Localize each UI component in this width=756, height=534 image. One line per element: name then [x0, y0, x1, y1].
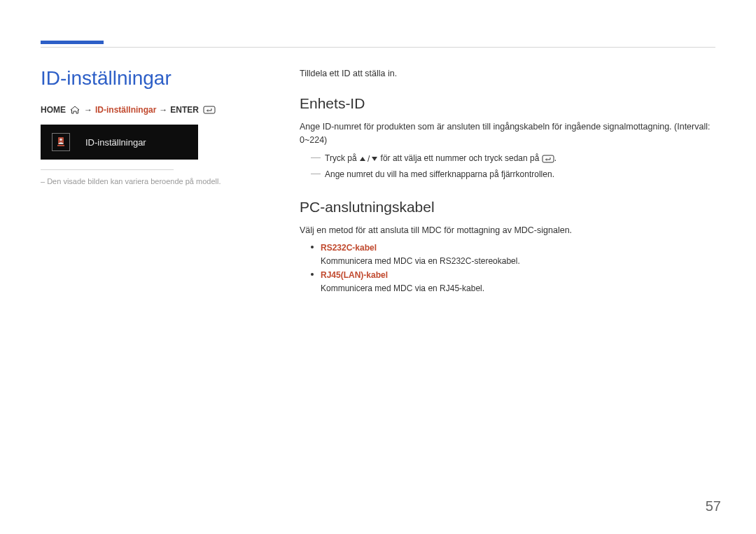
right-column: Tilldela ett ID att ställa in. Enhets-ID… [300, 67, 715, 296]
intro-text: Tilldela ett ID att ställa in. [300, 69, 715, 78]
bullet-icon [311, 273, 314, 276]
osd-label: ID-inställningar [85, 137, 146, 148]
note-item: ― Tryck på / för att välja ett nummer oc… [311, 152, 715, 165]
page-number: 57 [706, 498, 721, 514]
accent-bar [41, 41, 104, 44]
enter-icon [203, 106, 216, 114]
note-fragment: Tryck på [325, 153, 359, 163]
enter-icon [542, 155, 554, 163]
arrow-icon: → [159, 105, 167, 115]
page-title: ID-inställningar [41, 67, 258, 90]
dash-icon: ― [311, 168, 321, 178]
note-fragment: . [554, 153, 556, 163]
section-heading-enhets-id: Enhets-ID [300, 95, 715, 112]
slash: / [368, 153, 370, 165]
note-fragment: för att välja ett nummer och tryck sedan… [378, 153, 541, 163]
note-item: ― Ange numret du vill ha med sifferknapp… [311, 168, 715, 181]
bullet-desc: Kommunicera med MDC via en RJ45-kabel. [321, 282, 484, 295]
svg-rect-3 [57, 145, 64, 146]
document-page: ID-inställningar HOME → ID-inställningar… [0, 0, 756, 296]
note-text: Tryck på / för att välja ett nummer och … [325, 152, 556, 165]
svg-point-2 [59, 139, 62, 141]
bullet-title: RS232C-kabel [321, 241, 520, 255]
section-heading-pc-cable: PC-anslutningskabel [300, 199, 715, 216]
home-icon [70, 106, 80, 114]
up-down-icons: / [359, 153, 378, 165]
id-settings-icon [52, 133, 70, 151]
bullet-item: RJ45(LAN)-kabel Kommunicera med MDC via … [311, 269, 715, 295]
image-caption: – Den visade bilden kan variera beroende… [41, 177, 258, 185]
bullet-content: RS232C-kabel Kommunicera med MDC via en … [321, 241, 520, 267]
osd-preview-box: ID-inställningar [41, 125, 198, 160]
breadcrumb: HOME → ID-inställningar → ENTER [41, 105, 258, 115]
top-divider [41, 47, 715, 48]
body-text: Välj en metod för att ansluta till MDC f… [300, 224, 715, 237]
left-column: ID-inställningar HOME → ID-inställningar… [41, 67, 258, 296]
two-column-layout: ID-inställningar HOME → ID-inställningar… [41, 67, 715, 296]
bullet-title: RJ45(LAN)-kabel [321, 269, 484, 282]
body-text: Ange ID-numret för produkten som är ansl… [300, 120, 715, 148]
svg-rect-0 [204, 106, 215, 113]
caption-divider [41, 169, 174, 170]
dash-icon: ― [311, 152, 321, 162]
bullet-item: RS232C-kabel Kommunicera med MDC via en … [311, 241, 715, 267]
breadcrumb-enter: ENTER [170, 105, 199, 115]
arrow-icon: → [84, 105, 92, 115]
bullet-desc: Kommunicera med MDC via en RS232C-stereo… [321, 255, 520, 268]
breadcrumb-home: HOME [41, 105, 66, 115]
bullet-content: RJ45(LAN)-kabel Kommunicera med MDC via … [321, 269, 484, 295]
svg-rect-4 [542, 155, 554, 162]
bullet-icon [311, 246, 314, 248]
note-text: Ange numret du vill ha med sifferknappar… [325, 168, 554, 181]
breadcrumb-current: ID-inställningar [95, 105, 156, 115]
